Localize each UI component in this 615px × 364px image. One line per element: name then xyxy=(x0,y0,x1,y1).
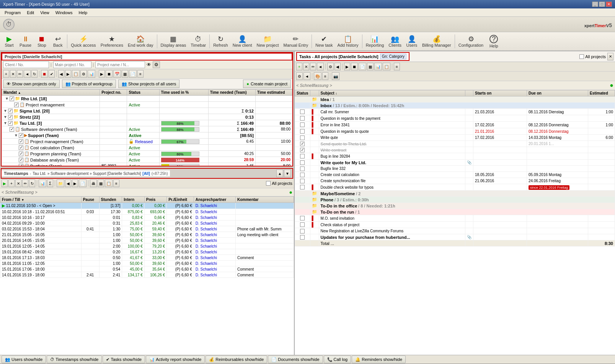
table-row[interactable]: ▌ Call mr. Summer 21.03.2016 08.11.2016 … xyxy=(295,109,615,115)
project-checkbox[interactable] xyxy=(8,109,13,113)
create-main-project-btn[interactable]: ● Create main project xyxy=(243,80,291,88)
add-history-button[interactable]: 📋 Add history xyxy=(336,33,361,50)
users-button[interactable]: 👤 Users xyxy=(404,33,419,50)
client-search-input[interactable] xyxy=(3,61,49,68)
end-workday-button[interactable]: 🏠 End work day xyxy=(126,33,155,50)
task-btn1[interactable]: ✕ xyxy=(303,63,309,70)
task-checkbox[interactable] xyxy=(300,142,305,146)
show-all-projects-btn[interactable]: 👥 Show projects of all users xyxy=(118,80,179,88)
table-row[interactable]: ▌ Check status of project xyxy=(295,222,615,228)
table-row[interactable]: ▌ Question in regards to quote 21.01.201… xyxy=(295,128,615,135)
table-row[interactable]: 10.02.2016 10:18 - 11.02.2016 03:51 0:03… xyxy=(0,209,294,215)
start-button[interactable]: ▶ Start xyxy=(2,33,17,50)
menu-windows[interactable]: Windows xyxy=(52,10,76,16)
task-checkbox[interactable] xyxy=(300,173,305,177)
expand-icon[interactable]: ▼ xyxy=(3,121,7,125)
table-row[interactable]: New Registration at LiveZilla Community … xyxy=(295,228,615,234)
task-btn10[interactable]: 📊 xyxy=(374,63,382,70)
project-checkbox[interactable] xyxy=(10,127,14,132)
menu-edit[interactable]: Edit xyxy=(24,10,37,16)
table-row[interactable]: ▼ 📁 Stretz [22] 0:13 xyxy=(2,114,292,120)
category-row-office[interactable]: 📁 To-Do in the office / 8 / Needed: 1:21… xyxy=(295,203,615,209)
table-row[interactable]: ▌ Double check website for typos since 2… xyxy=(295,184,615,191)
task2-btn2[interactable]: ◄ xyxy=(303,72,310,80)
table-row[interactable]: 📋 Project management (Team) 🔓 Released xyxy=(2,139,292,145)
start-ts-btn[interactable]: ▶ xyxy=(2,180,8,187)
table-row[interactable]: Send quote to Theta Ltd. 20.01.2016 1... xyxy=(295,141,615,147)
proj-btn3[interactable]: ◀ xyxy=(58,70,64,78)
category-row-today[interactable]: 📁 To-Do on the run / 1 xyxy=(295,209,615,215)
project-checkbox[interactable] xyxy=(19,152,23,156)
table-row[interactable]: ▼ ▶ Support (Team) Active [88:55] xyxy=(2,132,292,139)
category-row-idea[interactable]: 📁 Idea / 1 xyxy=(295,96,615,103)
task-btn7[interactable]: ⏹ xyxy=(351,63,358,70)
proj-btn12[interactable]: 📄 xyxy=(129,70,137,78)
table-row[interactable]: 📋 Software development (Team) Active 88% xyxy=(2,126,292,132)
maximize-button[interactable]: □ xyxy=(599,2,605,7)
refresh-button[interactable]: ↻ Refresh xyxy=(211,33,230,50)
expand-icon[interactable]: ▼ xyxy=(5,96,9,101)
task2-btn1[interactable]: ⚙ xyxy=(296,72,303,80)
call-log-btn[interactable]: 📞 Call log xyxy=(324,356,351,363)
table-row[interactable]: Create synchronization file 21.06.2016 2… xyxy=(295,178,615,184)
ts-btn1[interactable]: 📊 xyxy=(39,180,46,187)
project-name-search-input[interactable] xyxy=(95,61,145,68)
project-checkbox[interactable] xyxy=(19,145,23,150)
proj-btn9[interactable]: ⏹ xyxy=(106,70,113,78)
delete-ts-btn[interactable]: ✕ xyxy=(15,180,21,187)
task-checkbox[interactable] xyxy=(300,109,305,114)
clients-button[interactable]: 👥 Clients xyxy=(387,33,403,50)
table-row[interactable]: ▌ Question in regards to the payment xyxy=(295,115,615,122)
new-project-button[interactable]: 📁 New project xyxy=(254,33,281,50)
task-checkbox[interactable] xyxy=(300,166,305,171)
table-row[interactable]: ▶ 11.02.2016 10:50 - < Open > [1:37] 0,0… xyxy=(0,203,294,209)
task-btn3[interactable]: ◄ xyxy=(317,63,324,70)
main-project-search-input[interactable] xyxy=(53,61,91,68)
table-row[interactable]: 15.01.2016 17:06 - 18:00 0:54 45,00 € 35… xyxy=(0,266,294,272)
close-button[interactable]: ✕ xyxy=(606,2,612,7)
tasks-table-container[interactable]: Status Subject ↕ Starts on Due on Estima… xyxy=(295,90,615,355)
task-btn5[interactable]: ◀ xyxy=(334,63,341,70)
preferences-button[interactable]: ★ Preferences xyxy=(99,33,125,50)
add-ts-btn[interactable]: + xyxy=(8,180,15,187)
category-row-maybe[interactable]: 📁 Maybe/Sometime / 2 xyxy=(295,191,615,197)
task-checkbox[interactable] xyxy=(300,185,305,189)
delete-project-btn[interactable]: ✕ xyxy=(10,70,16,78)
projects-workgroup-btn[interactable]: 👥 Projects of workgroup xyxy=(62,80,116,88)
close-tasks-btn[interactable]: ✕ xyxy=(607,53,613,60)
proj-btn11[interactable]: ▦ xyxy=(122,70,128,78)
configuration-button[interactable]: ⚙ Configuration xyxy=(457,33,485,50)
new-client-button[interactable]: 👤 New client xyxy=(231,33,254,50)
reimbursables-btn[interactable]: 💰 Reimbursables show/hide xyxy=(206,356,267,363)
table-row[interactable]: Write contract xyxy=(295,147,615,153)
timebar-button[interactable]: ⏱ Timebar xyxy=(189,33,208,50)
ts-btn10[interactable]: ≡ xyxy=(113,180,119,187)
stop-project-btn[interactable]: ⏹ xyxy=(41,70,48,78)
show-own-projects-btn[interactable]: 👁 Show own projects only xyxy=(3,80,60,88)
task2-btn4[interactable]: ≡ xyxy=(322,72,328,80)
table-row[interactable]: 19.01.2016 08:42 - 09:02 0:20 16,67 € 13… xyxy=(0,249,294,255)
task-btn8[interactable]: 📄 xyxy=(359,63,366,70)
proj-btn6[interactable]: ⚙ xyxy=(80,70,87,78)
timestamps-show-hide-btn[interactable]: ⏱ Timestamps show/hide xyxy=(47,356,102,363)
expand-icon[interactable]: ▼ xyxy=(14,133,18,137)
table-row[interactable]: 03.02.2016 15:53 - 18:04 0:41 1:30 75,00… xyxy=(0,226,294,232)
table-row[interactable]: 21.01.2016 15:05 - 16:05 1:00 50,00 € 39… xyxy=(0,232,294,238)
table-row[interactable]: ▼ 📁 Rho Ltd. [18] xyxy=(2,96,292,102)
back-button[interactable]: ↩ Back xyxy=(50,33,65,50)
table-row[interactable]: Updates for your purchase from hubertund… xyxy=(295,234,615,240)
all-projects-ts-toggle[interactable]: All projects xyxy=(266,181,292,186)
ts-btn8[interactable]: ▦ xyxy=(98,180,104,187)
proj-btn10[interactable]: 📅 xyxy=(113,70,121,78)
proj-btn4[interactable]: ▶ xyxy=(65,70,71,78)
ts-btn2[interactable]: Σ xyxy=(47,180,53,187)
activity-report-btn[interactable]: 📊 Activity report show/hide xyxy=(146,356,205,363)
project-checkbox[interactable] xyxy=(19,158,23,162)
ts-btn4[interactable]: ◀ xyxy=(65,180,71,187)
task-checkbox[interactable] xyxy=(300,129,305,134)
task-checkbox[interactable] xyxy=(300,216,305,220)
new-task-button[interactable]: ✔ New task xyxy=(313,33,334,50)
task-checkbox[interactable] xyxy=(300,135,305,140)
refresh-ts-btn[interactable]: ↻ xyxy=(29,180,35,187)
stop-button[interactable]: ⏹ Stop xyxy=(34,33,49,50)
